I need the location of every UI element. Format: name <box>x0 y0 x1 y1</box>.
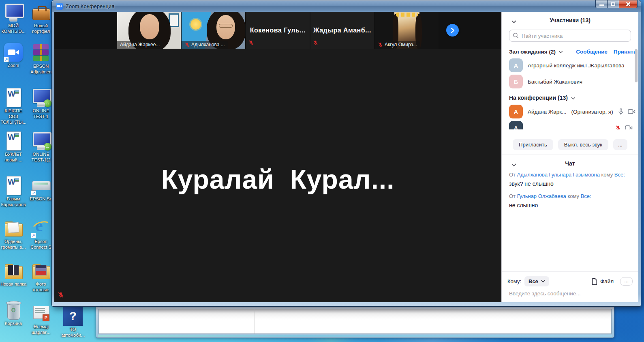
tile-name-label: Кокенова Гуль... <box>246 12 310 49</box>
tile-name-label: Адылханова ... <box>191 42 225 47</box>
chat-message-input[interactable] <box>507 286 633 302</box>
desktop-icon-online-test1[interactable]: ↔ ONLINE TEST-1 <box>28 88 54 120</box>
desktop-icon-portfel[interactable]: Новый портфел <box>28 2 54 34</box>
remote-badge-icon: ↔ <box>44 143 51 151</box>
desktop-icon-gazym[interactable]: Ғазым Карылғапов <box>0 176 27 208</box>
word-doc-icon <box>4 131 23 151</box>
desktop-icon-to-avto[interactable]: ТО автомоби... <box>58 306 88 338</box>
video-tile-aidana[interactable]: Айдана Жаркее... <box>117 12 181 49</box>
desktop-icon-label: Zoom <box>0 63 27 69</box>
folder-icon <box>4 261 23 280</box>
chat-recipient[interactable]: Все: <box>614 172 625 178</box>
search-icon <box>513 32 519 40</box>
desktop-icon-epson-scan[interactable]: ↗ EPSON Sc <box>28 176 54 202</box>
folder-icon <box>4 218 23 238</box>
minimize-button[interactable] <box>595 0 608 8</box>
participant-row[interactable]: А Айдана Жарк... (Организатор, я) <box>502 103 638 120</box>
desktop-icon-label: Epson Connect S <box>28 239 54 250</box>
close-button[interactable] <box>619 0 638 8</box>
avatar: А <box>509 105 523 118</box>
desktop-icon-recycle-bin[interactable]: ♻ Корзина <box>0 300 27 327</box>
video-filmstrip: Айдана Жаркее... Адылханова ... Кокенова… <box>54 12 501 49</box>
background-window-divider <box>255 309 255 333</box>
shortcut-arrow-icon: ↗ <box>31 190 36 196</box>
desktop-icon-alemdi[interactable]: Әлемді шарлағ... <box>28 303 54 336</box>
participants-scrollbar[interactable] <box>635 49 638 82</box>
avatar: А <box>509 121 523 129</box>
desktop-icon-ordeny[interactable]: Ордены, громаты.а... <box>0 218 27 250</box>
remote-badge-icon: ↔ <box>44 99 51 107</box>
maximize-button[interactable] <box>608 0 619 8</box>
desktop-icon-label: ONLINE TEST-1(2 <box>28 152 54 163</box>
waiting-participant-row[interactable]: Б Бактыбай Жаканович <box>502 73 638 90</box>
collapse-chat-chevron-icon[interactable] <box>511 161 516 168</box>
desktop-icon-epson-connect[interactable]: ↗ Epson Connect S <box>28 218 54 250</box>
background-window[interactable] <box>96 305 614 338</box>
chat-more-button[interactable]: ... <box>620 277 633 286</box>
minimize-icon <box>599 4 604 6</box>
video-tile-kokenova[interactable]: Кокенова Гуль... <box>246 12 310 49</box>
active-speaker-stage: Куралай Курал... <box>54 49 501 302</box>
search-participant-input[interactable] <box>509 30 631 42</box>
zoom-app-icon: ↗ <box>4 43 23 62</box>
avatar: А <box>509 58 523 72</box>
ie-browser-icon: ↗ <box>31 218 51 238</box>
waiting-participant-row[interactable]: А Аграрный колледж им.Г.Жарылгапова <box>502 57 638 73</box>
word-doc-icon <box>4 176 23 195</box>
chevron-right-icon <box>450 28 455 33</box>
desktop-icon-online-test1-2[interactable]: ↔ ONLINE TEST-1(2 <box>28 131 54 163</box>
video-tile-akgul[interactable]: Акгул Омирз... <box>375 12 439 49</box>
participant-row[interactable]: А <box>502 120 638 129</box>
chat-message: От Адылханова Гульнара Газымовна кому Вс… <box>509 171 631 188</box>
send-to-dropdown[interactable]: Все <box>524 276 549 286</box>
chat-title: Чат <box>565 160 575 167</box>
accept-link[interactable]: Принять <box>614 49 637 55</box>
muted-mic-icon <box>184 42 190 47</box>
desktop-icon-my-computer[interactable]: МОЙ КОМПЬЮ... <box>0 2 27 34</box>
desktop-icon-foto[interactable]: Фото готовые <box>28 261 54 293</box>
mic-icon <box>618 108 624 115</box>
chat-to-label: кому <box>567 193 579 199</box>
participant-role: (Организатор, я) <box>571 109 613 115</box>
avatar: Б <box>509 75 523 88</box>
desktop-icon-novaya-papka[interactable]: Новая папка <box>0 261 27 287</box>
recycle-bin-icon: ♻ <box>4 300 23 320</box>
chat-from-label: От <box>509 193 516 199</box>
tile-name-label: Жадыра Аманб... <box>310 12 374 49</box>
desktop-icon-label: Новый портфел <box>28 23 54 34</box>
in-meeting-chevron-icon[interactable] <box>571 94 576 101</box>
desktop-icon-label: EPSON Sc <box>28 196 54 202</box>
desktop-icon-label: МОЙ КОМПЬЮ... <box>0 23 27 34</box>
waiting-room-chevron-icon[interactable] <box>558 48 563 55</box>
desktop-icon-zoom[interactable]: ↗ Zoom <box>0 43 27 69</box>
video-tile-adylkhanova[interactable]: Адылханова ... <box>182 12 245 49</box>
folder-icon <box>31 261 51 280</box>
desktop-icon-buklet[interactable]: БУКЛЕТ новый ... <box>0 131 27 163</box>
window-titlebar[interactable]: Zoom Конференция <box>52 0 641 12</box>
mute-all-button[interactable]: Выкл. весь звук <box>558 139 608 150</box>
send-to-label: Кому: <box>507 278 521 284</box>
message-link[interactable]: Сообщение <box>576 49 607 55</box>
chat-message-text: звук? не слышно <box>509 180 631 188</box>
next-page-button[interactable] <box>446 24 459 37</box>
desktop-icon-label: Корзина <box>0 321 27 327</box>
file-icon <box>591 278 597 285</box>
chat-sender[interactable]: Адылханова Гульнара Газымовна <box>517 172 600 178</box>
side-panel: Участники (13) Зал ожидания (2) Сообщени… <box>501 12 638 302</box>
zoom-window: Zoom Конференция Айдана Жаркее... <box>51 0 641 307</box>
desktop-icon-label: КІРІСПЕ СӨЗ ТОЛЫҚТЫ... <box>0 108 27 125</box>
video-tile-zhadyra[interactable]: Жадыра Аманб... <box>310 12 374 49</box>
desktop-icon-label: Ордены, громаты.а... <box>0 239 27 250</box>
participants-more-button[interactable]: ... <box>613 139 627 150</box>
invite-button[interactable]: Пригласить <box>513 139 553 150</box>
desktop-icon-epson-adjustment[interactable]: EPSON Adjustmen <box>28 43 54 75</box>
participant-name: Аграрный колледж им.Г.Жарылгапова <box>528 62 624 69</box>
computer-icon <box>4 2 23 22</box>
collapse-participants-chevron-icon[interactable] <box>511 18 516 25</box>
chat-sender[interactable]: Гульнар Олжабаева <box>517 193 566 199</box>
chat-recipient[interactable]: Все: <box>581 193 591 199</box>
remote-computer-icon: ↔ <box>31 131 51 151</box>
file-button[interactable]: Файл <box>591 278 614 285</box>
desktop-icon-kirispe-soz[interactable]: КІРІСПЕ СӨЗ ТОЛЫҚТЫ... <box>0 88 27 125</box>
shortcut-arrow-icon: ↗ <box>4 57 9 62</box>
